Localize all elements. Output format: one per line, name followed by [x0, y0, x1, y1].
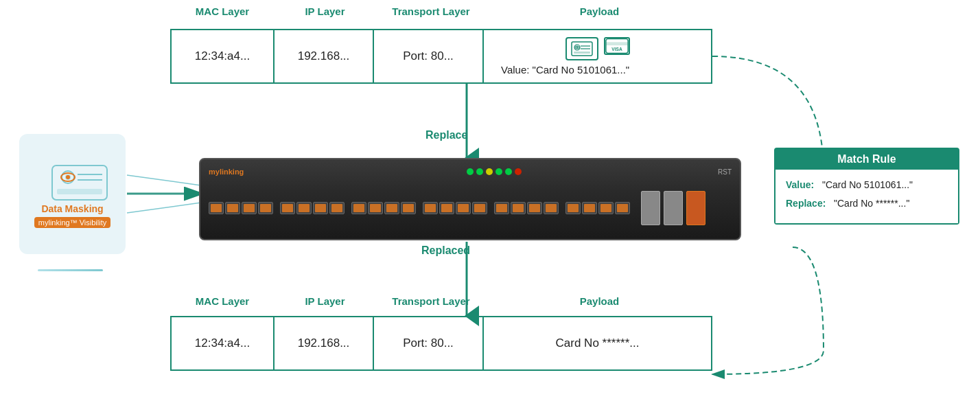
top-mac-value: 12:34:a4... — [195, 49, 250, 63]
match-rule-header: Match Rule — [775, 149, 958, 170]
bottom-transport-value: Port: 80... — [403, 337, 454, 350]
port-14 — [439, 202, 454, 214]
payload-value: "Card No 5101061..." — [533, 64, 630, 76]
led-green-2 — [476, 168, 483, 175]
top-mac-cell: 12:34:a4... — [172, 30, 275, 82]
device-leds — [467, 168, 522, 175]
match-rule-value-text: "Card No 5101061..." — [822, 179, 913, 190]
port-group-2 — [280, 202, 345, 214]
bottom-transport-header: Transport Layer — [375, 295, 487, 307]
bottom-mac-header: MAC Layer — [170, 295, 275, 307]
top-ip-cell: 192.168... — [275, 30, 374, 82]
bottom-payload-value: Card No ******... — [556, 337, 640, 350]
port-group-1 — [209, 202, 273, 214]
port-group-6 — [565, 202, 630, 214]
data-masking-box: Data Masking mylinking™ Visibility — [19, 134, 126, 254]
port-group-4 — [423, 202, 487, 214]
replaced-label: Replaced — [421, 244, 470, 257]
port-group-5 — [494, 202, 559, 214]
bottom-transport-cell: Port: 80... — [374, 317, 484, 369]
monitor-line — [38, 269, 103, 271]
device-rst-label: RST — [718, 168, 732, 176]
qsfp-port-3 — [686, 191, 705, 225]
port-17 — [494, 202, 509, 214]
top-mac-header: MAC Layer — [170, 5, 275, 17]
visa-icon: VISA — [604, 37, 630, 55]
port-15 — [456, 202, 471, 214]
dashed-arrow-bottom — [712, 247, 824, 374]
device-ports-row-1 — [209, 182, 732, 233]
port-6 — [296, 202, 312, 214]
match-rule-value-key: Value: — [786, 179, 814, 190]
port-2 — [225, 202, 240, 214]
bottom-payload-header: Payload — [487, 295, 712, 307]
network-device: mylinking RST — [199, 158, 741, 240]
svg-text:mylinking: mylinking — [209, 168, 244, 176]
port-9 — [351, 202, 366, 214]
payload-content: VISA Value: "Card No 5101061..." — [494, 37, 701, 76]
led-green-4 — [505, 168, 512, 175]
data-masking-subtitle: mylinking™ Visibility — [34, 217, 110, 228]
port-group-3 — [351, 202, 416, 214]
bottom-packet-box: 12:34:a4... 192.168... Port: 80... Card … — [170, 316, 712, 371]
match-rule-body: Value: "Card No 5101061..." Replace: "Ca… — [775, 170, 958, 223]
led-green-3 — [495, 168, 502, 175]
port-16 — [472, 202, 487, 214]
device-body: mylinking RST — [199, 158, 741, 240]
top-transport-cell: Port: 80... — [374, 30, 484, 82]
led-yellow-1 — [486, 168, 493, 175]
port-24 — [615, 202, 630, 214]
svg-rect-7 — [574, 52, 590, 54]
bottom-payload-cell: Card No ******... — [484, 317, 711, 369]
port-12 — [401, 202, 416, 214]
bottom-col-headers: MAC Layer IP Layer Transport Layer Paylo… — [170, 295, 712, 307]
port-19 — [527, 202, 542, 214]
funnel-bottom — [127, 203, 201, 213]
svg-rect-15 — [52, 166, 107, 200]
qsfp-port-1 — [641, 191, 660, 225]
port-23 — [598, 202, 614, 214]
diagram-container: MAC Layer IP Layer Transport Layer Paylo… — [0, 0, 980, 399]
svg-point-10 — [576, 47, 578, 48]
svg-text:VISA: VISA — [611, 47, 622, 52]
port-7 — [313, 202, 328, 214]
svg-rect-20 — [57, 189, 102, 194]
top-payload-header: Payload — [487, 5, 712, 17]
port-18 — [511, 202, 526, 214]
port-11 — [384, 202, 399, 214]
payload-value-line: Value: "Card No 5101061..." — [501, 64, 629, 76]
match-rule-box: Match Rule Value: "Card No 5101061..." R… — [774, 148, 959, 225]
bottom-ip-header: IP Layer — [275, 295, 375, 307]
data-masking-label: Data Masking — [41, 203, 103, 214]
bottom-mac-value: 12:34:a4... — [195, 337, 250, 350]
port-3 — [242, 202, 257, 214]
svg-point-22 — [66, 175, 70, 179]
data-masking-icon — [49, 160, 97, 198]
device-top-row: mylinking RST — [209, 165, 732, 179]
bottom-ip-cell: 192.168... — [275, 317, 374, 369]
port-group-qsfp — [641, 191, 705, 225]
match-rule-replace-line: Replace: "Card No ******..." — [786, 196, 948, 211]
top-col-headers: MAC Layer IP Layer Transport Layer Paylo… — [170, 5, 712, 17]
port-4 — [258, 202, 273, 214]
device-logo: mylinking — [209, 165, 270, 179]
payload-icons: VISA — [501, 37, 694, 60]
port-22 — [582, 202, 597, 214]
port-1 — [209, 202, 224, 214]
svg-rect-12 — [605, 42, 627, 45]
port-5 — [280, 202, 295, 214]
qsfp-port-2 — [664, 191, 683, 225]
id-card-icon — [565, 37, 598, 60]
top-ip-header: IP Layer — [275, 5, 375, 17]
top-payload-cell: VISA Value: "Card No 5101061..." — [484, 30, 711, 82]
port-10 — [368, 202, 383, 214]
port-8 — [329, 202, 345, 214]
top-ip-value: 192.168... — [298, 49, 350, 63]
top-transport-header: Transport Layer — [375, 5, 487, 17]
port-21 — [565, 202, 581, 214]
top-transport-value: Port: 80... — [403, 49, 454, 63]
led-green-1 — [467, 168, 474, 175]
led-red-1 — [515, 168, 522, 175]
bottom-mac-cell: 12:34:a4... — [172, 317, 275, 369]
payload-label: Value: — [501, 64, 529, 76]
